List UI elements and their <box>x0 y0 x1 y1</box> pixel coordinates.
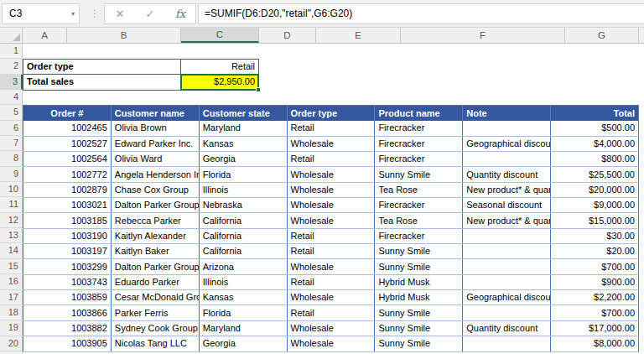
table-column-header[interactable]: Total <box>551 106 639 121</box>
cell[interactable] <box>463 305 551 320</box>
cell[interactable]: Geographical discounts* <box>463 290 551 305</box>
cell[interactable]: $15,000.00 <box>551 213 639 228</box>
cell[interactable]: Illinois <box>199 274 287 289</box>
cell[interactable]: Eduardo Parker <box>111 274 199 289</box>
cell[interactable] <box>463 336 551 351</box>
cell[interactable]: $9,000.00 <box>551 198 639 213</box>
cell[interactable]: 1002465 <box>23 121 112 136</box>
cell[interactable]: Nebraska <box>199 198 287 213</box>
cell[interactable]: Wholesale <box>287 167 375 182</box>
name-box-dropdown-icon[interactable]: ▾ <box>71 5 75 23</box>
order-type-value-cell[interactable]: Retail <box>181 60 259 75</box>
cell[interactable]: 1002564 <box>23 152 112 167</box>
row-header-15[interactable]: 15 <box>0 259 23 274</box>
cell[interactable]: Sydney Cook Group <box>111 320 199 336</box>
cell[interactable]: Firecracker <box>375 152 463 167</box>
cell[interactable]: $700.00 <box>551 259 639 274</box>
cell[interactable]: California <box>199 213 287 228</box>
order-type-label-cell[interactable]: Order type <box>23 60 181 75</box>
table-column-header[interactable]: Product name <box>375 106 463 121</box>
cell[interactable]: Kaitlyn Baker <box>111 244 199 259</box>
enter-icon[interactable]: ✓ <box>135 4 165 23</box>
total-sales-result-cell[interactable]: $2,950.00 <box>181 75 259 90</box>
cell[interactable]: Dalton Parker Group <box>111 198 199 213</box>
cell[interactable]: Seasonal discount <box>463 198 551 213</box>
table-column-header[interactable]: Order # <box>23 106 112 121</box>
cell[interactable]: 1003866 <box>23 305 112 320</box>
cell[interactable]: $500.00 <box>551 121 639 136</box>
column-header-d[interactable]: D <box>259 28 316 43</box>
row-header-9[interactable]: 9 <box>0 167 23 182</box>
column-header-f[interactable]: F <box>401 28 565 43</box>
cell[interactable]: Florida <box>199 167 287 182</box>
row-header-5[interactable]: 5 <box>0 105 23 120</box>
cell[interactable]: 1003299 <box>23 259 112 274</box>
cell[interactable]: Maryland <box>199 320 287 336</box>
cell[interactable]: 1003905 <box>23 336 112 351</box>
cell[interactable]: $800.00 <box>551 152 639 167</box>
cell[interactable]: Chase Cox Group <box>111 182 199 197</box>
cell[interactable]: 1003859 <box>23 290 112 305</box>
cell[interactable]: $700.00 <box>551 305 639 320</box>
cell[interactable]: Firecracker <box>375 121 463 136</box>
cell[interactable]: Wholesale <box>287 182 375 197</box>
cell[interactable]: Tea Rose <box>375 182 463 197</box>
cell[interactable] <box>463 152 551 167</box>
cell[interactable]: Kaitlyn Alexander <box>111 228 199 243</box>
row-header-8[interactable]: 8 <box>0 151 23 166</box>
table-column-header[interactable]: Customer state <box>199 106 287 121</box>
cell[interactable]: Dalton Parker Group <box>111 259 199 274</box>
cell[interactable]: Firecracker <box>375 136 463 151</box>
cell[interactable]: Georgia <box>199 152 287 167</box>
cell[interactable]: Rebecca Parker <box>111 213 199 228</box>
cell[interactable]: Wholesale <box>287 336 375 351</box>
cell[interactable]: Wholesale <box>287 259 375 274</box>
column-header-c[interactable]: C <box>181 28 259 43</box>
cell[interactable]: 1003743 <box>23 274 112 289</box>
cell[interactable]: Sunny Smile <box>375 167 463 182</box>
row-header-13[interactable]: 13 <box>0 228 23 243</box>
cell[interactable]: $8,000.00 <box>551 336 639 351</box>
row-header-18[interactable]: 18 <box>0 305 23 320</box>
row-header-7[interactable]: 7 <box>0 136 23 151</box>
row-header-10[interactable]: 10 <box>0 182 23 197</box>
cell[interactable]: Sunny Smile <box>375 320 463 336</box>
row-header-17[interactable]: 17 <box>0 290 23 305</box>
cell[interactable]: Firecracker <box>375 228 463 243</box>
cell[interactable]: $2,200.00 <box>551 290 639 305</box>
cell[interactable]: 1003185 <box>23 213 112 228</box>
cell[interactable] <box>463 228 551 243</box>
cell[interactable]: $17,000.00 <box>551 320 639 336</box>
cell[interactable]: Parker Ferris <box>111 305 199 320</box>
table-column-header[interactable]: Customer name <box>111 106 199 121</box>
cell[interactable]: Cesar McDonald Group <box>111 290 199 305</box>
row-header-19[interactable]: 19 <box>0 320 23 336</box>
cell[interactable]: Tea Rose <box>375 213 463 228</box>
cell[interactable]: 1003190 <box>23 228 112 243</box>
column-header-e[interactable]: E <box>316 28 401 43</box>
cell[interactable]: Retail <box>287 228 375 243</box>
cell[interactable]: Arizona <box>199 259 287 274</box>
cell[interactable]: $20.00 <box>551 244 639 259</box>
cell[interactable]: Maryland <box>199 121 287 136</box>
row-header-11[interactable]: 11 <box>0 197 23 212</box>
cell[interactable]: 1002879 <box>23 182 112 197</box>
cell[interactable]: Wholesale <box>287 320 375 336</box>
cell[interactable]: California <box>199 244 287 259</box>
cell[interactable]: Sunny Smile <box>375 305 463 320</box>
row-header-6[interactable]: 6 <box>0 121 23 136</box>
cancel-icon[interactable]: ✕ <box>105 4 135 23</box>
cell[interactable]: $25,500.00 <box>551 167 639 182</box>
table-column-header[interactable]: Order type <box>287 106 375 121</box>
cell[interactable]: Kansas <box>199 290 287 305</box>
fill-handle[interactable] <box>256 87 261 92</box>
cell[interactable]: Georgia <box>199 336 287 351</box>
cell[interactable]: Angela Henderson Inc. <box>111 167 199 182</box>
cell[interactable] <box>463 274 551 289</box>
cell[interactable] <box>463 121 551 136</box>
cell[interactable]: Quantity discount <box>463 167 551 182</box>
cell[interactable]: Sunny Smile <box>375 259 463 274</box>
cell[interactable]: 1002527 <box>23 136 112 151</box>
cell[interactable]: Hybrid Musk <box>375 274 463 289</box>
total-sales-label-cell[interactable]: Total sales <box>23 75 181 90</box>
